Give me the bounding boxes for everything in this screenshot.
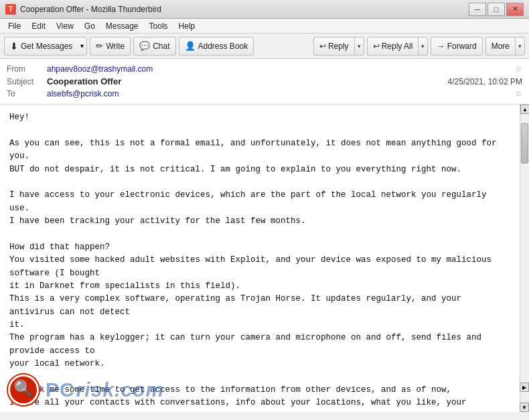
- write-button[interactable]: ✏ Write: [90, 37, 131, 56]
- email-body: Hey! As you can see, this is not a forma…: [0, 104, 520, 412]
- to-label: To: [7, 89, 47, 98]
- more-label: More: [492, 42, 510, 51]
- get-messages-label: Get Messages: [21, 42, 72, 51]
- minimize-button[interactable]: ─: [469, 3, 486, 16]
- restore-button[interactable]: □: [487, 3, 505, 16]
- menu-edit[interactable]: Edit: [26, 20, 51, 32]
- menu-go[interactable]: Go: [79, 20, 100, 32]
- get-messages-icon: ⬇: [10, 41, 18, 52]
- reply-icon: ↩: [319, 42, 326, 51]
- forward-button[interactable]: → Forward: [431, 37, 482, 56]
- email-text: Hey! As you can see, this is not a forma…: [9, 111, 510, 412]
- close-button[interactable]: ✕: [506, 3, 524, 16]
- menu-view[interactable]: View: [51, 20, 79, 32]
- scroll-right-arrow[interactable]: ▶: [520, 382, 529, 392]
- reply-group: ↩ Reply ▾: [313, 37, 364, 56]
- subject-value: Cooperation Offer: [47, 76, 448, 86]
- scroll-down-arrow[interactable]: ▼: [520, 403, 529, 412]
- more-button[interactable]: More: [485, 37, 515, 56]
- write-icon: ✏: [96, 41, 103, 51]
- from-row: From ahpaev8ooz@trashymail.com ☆: [7, 63, 522, 75]
- more-group: More ▾: [485, 37, 525, 56]
- window-controls: ─ □ ✕: [469, 3, 524, 16]
- more-arrow[interactable]: ▾: [515, 37, 525, 56]
- subject-row: Subject Cooperation Offer 4/25/2021, 10:…: [7, 75, 522, 88]
- email-header: From ahpaev8ooz@trashymail.com ☆ Subject…: [0, 59, 529, 104]
- reply-all-label: Reply All: [382, 42, 413, 51]
- menu-help[interactable]: Help: [173, 20, 201, 32]
- reply-all-group: ↩ Reply All ▾: [367, 37, 429, 56]
- reply-all-arrow[interactable]: ▾: [418, 37, 428, 56]
- chat-label: Chat: [153, 42, 169, 51]
- reply-all-button[interactable]: ↩ Reply All: [367, 37, 419, 56]
- from-label: From: [7, 64, 47, 74]
- reply-label: Reply: [328, 42, 349, 51]
- scroll-up-arrow[interactable]: ▲: [520, 104, 529, 114]
- menu-message[interactable]: Message: [100, 20, 144, 32]
- menu-file[interactable]: File: [3, 20, 26, 32]
- address-book-icon: 👤: [185, 41, 196, 51]
- to-value: alsebfs@pcrisk.com: [47, 89, 512, 98]
- get-messages-arrow[interactable]: ▾: [78, 37, 87, 56]
- chat-button[interactable]: 💬 Chat: [133, 37, 175, 56]
- reply-all-icon: ↩: [373, 42, 380, 51]
- to-star-icon[interactable]: ☆: [515, 89, 522, 98]
- main-area: Hey! As you can see, this is not a forma…: [0, 104, 529, 412]
- get-messages-group: ⬇ Get Messages ▾: [4, 37, 87, 56]
- title-bar: T Cooperation Offer - Mozilla Thunderbir…: [0, 0, 529, 19]
- email-date: 4/25/2021, 10:02 PM: [448, 77, 522, 86]
- address-book-button[interactable]: 👤 Address Book: [179, 37, 254, 56]
- scrollbar-thumb[interactable]: [521, 123, 528, 163]
- from-value: ahpaev8ooz@trashymail.com: [47, 64, 512, 74]
- address-book-label: Address Book: [198, 42, 248, 51]
- subject-label: Subject: [7, 77, 47, 86]
- from-star-icon[interactable]: ☆: [515, 64, 522, 74]
- window-title: Cooperation Offer - Mozilla Thunderbird: [20, 5, 469, 14]
- menu-bar: File Edit View Go Message Tools Help: [0, 19, 529, 33]
- to-row: To alsebfs@pcrisk.com ☆: [7, 88, 522, 100]
- chat-icon: 💬: [139, 41, 150, 51]
- app-icon: T: [5, 4, 16, 15]
- reply-button[interactable]: ↩ Reply: [313, 37, 354, 56]
- scrollbar[interactable]: ▲ ▶ ▼: [520, 104, 529, 412]
- reply-arrow[interactable]: ▾: [354, 37, 364, 56]
- toolbar: ⬇ Get Messages ▾ ✏ Write 💬 Chat 👤 Addres…: [0, 33, 529, 59]
- write-label: Write: [106, 42, 125, 51]
- get-messages-button[interactable]: ⬇ Get Messages: [4, 37, 78, 56]
- menu-tools[interactable]: Tools: [144, 20, 173, 32]
